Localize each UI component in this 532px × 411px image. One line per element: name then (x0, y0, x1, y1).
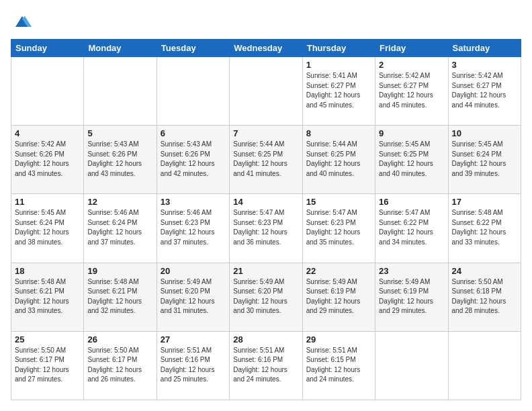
day-number: 4 (15, 128, 80, 138)
calendar-cell: 28Sunrise: 5:51 AM Sunset: 6:16 PM Dayli… (230, 331, 302, 400)
day-number: 2 (379, 60, 444, 70)
day-info: Sunrise: 5:42 AM Sunset: 6:27 PM Dayligh… (379, 71, 444, 110)
calendar-week-4: 18Sunrise: 5:48 AM Sunset: 6:21 PM Dayli… (11, 263, 521, 331)
calendar-cell (11, 57, 84, 126)
day-info: Sunrise: 5:51 AM Sunset: 6:16 PM Dayligh… (233, 346, 298, 385)
day-info: Sunrise: 5:44 AM Sunset: 6:25 PM Dayligh… (233, 140, 298, 179)
calendar-cell (157, 57, 229, 126)
day-number: 6 (161, 128, 226, 138)
calendar-cell: 19Sunrise: 5:48 AM Sunset: 6:21 PM Dayli… (84, 263, 157, 331)
calendar-cell: 17Sunrise: 5:48 AM Sunset: 6:22 PM Dayli… (448, 194, 521, 263)
calendar-table: SundayMondayTuesdayWednesdayThursdayFrid… (11, 39, 521, 400)
calendar-cell: 12Sunrise: 5:46 AM Sunset: 6:24 PM Dayli… (84, 194, 157, 263)
day-number: 28 (233, 334, 298, 345)
day-number: 13 (161, 197, 226, 207)
day-number: 16 (379, 197, 444, 207)
day-info: Sunrise: 5:48 AM Sunset: 6:21 PM Dayligh… (15, 277, 80, 316)
calendar-cell: 13Sunrise: 5:46 AM Sunset: 6:23 PM Dayli… (157, 194, 229, 263)
calendar-cell: 7Sunrise: 5:44 AM Sunset: 6:25 PM Daylig… (230, 126, 302, 194)
day-info: Sunrise: 5:43 AM Sunset: 6:26 PM Dayligh… (161, 140, 226, 179)
calendar-cell: 11Sunrise: 5:45 AM Sunset: 6:24 PM Dayli… (11, 194, 84, 263)
day-info: Sunrise: 5:45 AM Sunset: 6:24 PM Dayligh… (452, 140, 517, 179)
day-info: Sunrise: 5:44 AM Sunset: 6:25 PM Dayligh… (306, 140, 371, 179)
day-info: Sunrise: 5:46 AM Sunset: 6:24 PM Dayligh… (87, 208, 152, 247)
calendar-cell: 24Sunrise: 5:50 AM Sunset: 6:18 PM Dayli… (448, 263, 521, 331)
day-number: 18 (15, 266, 80, 276)
calendar-cell: 26Sunrise: 5:50 AM Sunset: 6:17 PM Dayli… (84, 331, 157, 400)
day-number: 9 (379, 128, 444, 138)
day-number: 14 (233, 197, 298, 207)
calendar-cell: 8Sunrise: 5:44 AM Sunset: 6:25 PM Daylig… (302, 126, 375, 194)
day-info: Sunrise: 5:46 AM Sunset: 6:23 PM Dayligh… (161, 208, 226, 247)
day-info: Sunrise: 5:50 AM Sunset: 6:17 PM Dayligh… (15, 346, 80, 385)
calendar-week-5: 25Sunrise: 5:50 AM Sunset: 6:17 PM Dayli… (11, 331, 521, 400)
calendar-cell (375, 331, 448, 400)
day-info: Sunrise: 5:43 AM Sunset: 6:26 PM Dayligh… (87, 140, 152, 179)
day-info: Sunrise: 5:42 AM Sunset: 6:27 PM Dayligh… (452, 71, 517, 110)
day-number: 19 (87, 266, 152, 276)
day-number: 12 (87, 197, 152, 207)
day-number: 17 (452, 197, 517, 207)
day-info: Sunrise: 5:47 AM Sunset: 6:23 PM Dayligh… (233, 208, 298, 247)
day-info: Sunrise: 5:50 AM Sunset: 6:17 PM Dayligh… (87, 346, 152, 385)
day-number: 24 (452, 266, 517, 276)
calendar-cell: 18Sunrise: 5:48 AM Sunset: 6:21 PM Dayli… (11, 263, 84, 331)
day-number: 11 (15, 197, 80, 207)
day-number: 3 (452, 60, 517, 70)
calendar-header-friday: Friday (375, 40, 448, 57)
day-number: 7 (233, 128, 298, 138)
calendar-cell (448, 331, 521, 400)
calendar-cell: 3Sunrise: 5:42 AM Sunset: 6:27 PM Daylig… (448, 57, 521, 126)
day-number: 8 (306, 128, 371, 138)
day-info: Sunrise: 5:47 AM Sunset: 6:23 PM Dayligh… (306, 208, 371, 247)
calendar-cell (84, 57, 157, 126)
day-info: Sunrise: 5:51 AM Sunset: 6:16 PM Dayligh… (161, 346, 226, 385)
day-number: 20 (161, 266, 226, 276)
day-number: 26 (87, 334, 152, 345)
day-number: 29 (306, 334, 371, 345)
calendar-cell: 5Sunrise: 5:43 AM Sunset: 6:26 PM Daylig… (84, 126, 157, 194)
day-number: 10 (452, 128, 517, 138)
calendar-week-1: 1Sunrise: 5:41 AM Sunset: 6:27 PM Daylig… (11, 57, 521, 126)
day-info: Sunrise: 5:50 AM Sunset: 6:18 PM Dayligh… (452, 277, 517, 316)
calendar-header-thursday: Thursday (302, 40, 375, 57)
calendar-cell: 21Sunrise: 5:49 AM Sunset: 6:20 PM Dayli… (230, 263, 302, 331)
day-info: Sunrise: 5:49 AM Sunset: 6:20 PM Dayligh… (161, 277, 226, 316)
day-info: Sunrise: 5:45 AM Sunset: 6:25 PM Dayligh… (379, 140, 444, 179)
day-number: 27 (161, 334, 226, 345)
day-info: Sunrise: 5:45 AM Sunset: 6:24 PM Dayligh… (15, 208, 80, 247)
day-info: Sunrise: 5:42 AM Sunset: 6:26 PM Dayligh… (15, 140, 80, 179)
day-info: Sunrise: 5:51 AM Sunset: 6:15 PM Dayligh… (306, 346, 371, 385)
logo-icon (13, 12, 32, 31)
day-number: 5 (87, 128, 152, 138)
calendar-header-tuesday: Tuesday (157, 40, 229, 57)
day-number: 1 (306, 60, 371, 70)
calendar-header-row: SundayMondayTuesdayWednesdayThursdayFrid… (11, 40, 521, 57)
calendar-cell: 10Sunrise: 5:45 AM Sunset: 6:24 PM Dayli… (448, 126, 521, 194)
calendar-cell: 23Sunrise: 5:49 AM Sunset: 6:19 PM Dayli… (375, 263, 448, 331)
calendar-cell: 29Sunrise: 5:51 AM Sunset: 6:15 PM Dayli… (302, 331, 375, 400)
header (11, 11, 521, 31)
calendar-cell: 22Sunrise: 5:49 AM Sunset: 6:19 PM Dayli… (302, 263, 375, 331)
logo (11, 11, 32, 31)
day-info: Sunrise: 5:48 AM Sunset: 6:21 PM Dayligh… (87, 277, 152, 316)
calendar-cell: 16Sunrise: 5:47 AM Sunset: 6:22 PM Dayli… (375, 194, 448, 263)
calendar-cell (230, 57, 302, 126)
day-number: 21 (233, 266, 298, 276)
calendar-cell: 20Sunrise: 5:49 AM Sunset: 6:20 PM Dayli… (157, 263, 229, 331)
day-info: Sunrise: 5:49 AM Sunset: 6:19 PM Dayligh… (379, 277, 444, 316)
calendar-cell: 27Sunrise: 5:51 AM Sunset: 6:16 PM Dayli… (157, 331, 229, 400)
day-info: Sunrise: 5:49 AM Sunset: 6:20 PM Dayligh… (233, 277, 298, 316)
calendar-header-wednesday: Wednesday (230, 40, 302, 57)
calendar-cell: 6Sunrise: 5:43 AM Sunset: 6:26 PM Daylig… (157, 126, 229, 194)
calendar-week-2: 4Sunrise: 5:42 AM Sunset: 6:26 PM Daylig… (11, 126, 521, 194)
calendar-header-monday: Monday (84, 40, 157, 57)
calendar-cell: 25Sunrise: 5:50 AM Sunset: 6:17 PM Dayli… (11, 331, 84, 400)
day-number: 25 (15, 334, 80, 345)
calendar-header-saturday: Saturday (448, 40, 521, 57)
day-info: Sunrise: 5:48 AM Sunset: 6:22 PM Dayligh… (452, 208, 517, 247)
calendar-header-sunday: Sunday (11, 40, 84, 57)
calendar-cell: 9Sunrise: 5:45 AM Sunset: 6:25 PM Daylig… (375, 126, 448, 194)
calendar-cell: 4Sunrise: 5:42 AM Sunset: 6:26 PM Daylig… (11, 126, 84, 194)
calendar-cell: 2Sunrise: 5:42 AM Sunset: 6:27 PM Daylig… (375, 57, 448, 126)
